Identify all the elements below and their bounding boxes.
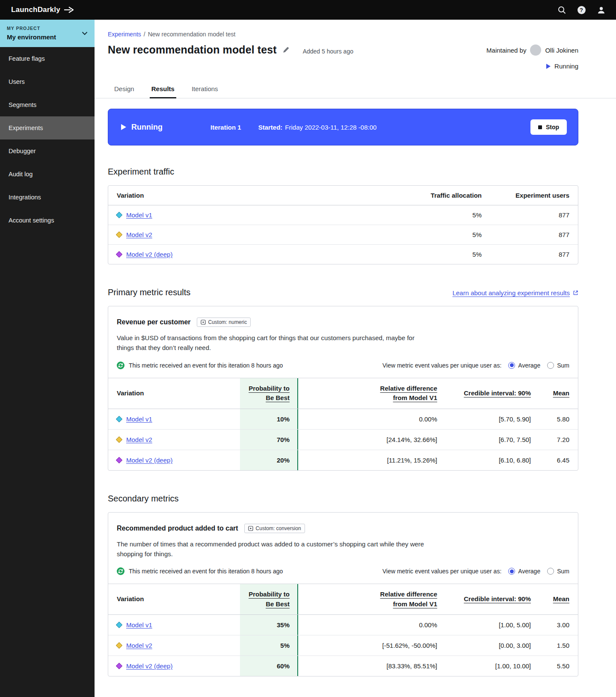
sidebar-item-audit-log[interactable]: Audit log <box>0 163 95 186</box>
radio-average[interactable]: Average <box>508 362 540 369</box>
radio-sum[interactable]: Sum <box>547 568 569 575</box>
variation-link[interactable]: Model v2 <box>126 642 152 649</box>
sidebar-item-label: Users <box>9 78 25 85</box>
variation-diamond-icon <box>116 212 123 219</box>
play-icon <box>121 124 126 130</box>
relative-difference-value: 0.00% <box>298 615 446 635</box>
sidebar-item-segments[interactable]: Segments <box>0 93 95 116</box>
mean-value: 6.45 <box>539 450 578 470</box>
variation-link[interactable]: Model v2 <box>126 436 152 443</box>
experiment-status: Running <box>546 62 578 70</box>
tab-results[interactable]: Results <box>150 83 176 98</box>
variation-link[interactable]: Model v1 <box>126 621 152 629</box>
metric-kind-badge: Custom: numeric <box>197 317 251 327</box>
logo-arrow-icon <box>64 6 74 13</box>
view-as-control: View metric event values per unique user… <box>382 568 569 575</box>
stop-button-label: Stop <box>546 124 559 131</box>
sidebar-item-debugger[interactable]: Debugger <box>0 139 95 163</box>
stop-button[interactable]: Stop <box>530 119 567 135</box>
relative-difference-value: [11.21%, 15.26%] <box>298 450 446 470</box>
search-icon[interactable] <box>557 5 566 15</box>
maintainer: Maintained by Olli Jokinen <box>486 44 578 56</box>
col-mean: Mean <box>539 383 578 404</box>
page-header: New recommendation model test Added 5 ho… <box>108 44 578 70</box>
edit-title-icon[interactable] <box>283 47 289 53</box>
tab-label: Iterations <box>192 85 218 92</box>
account-icon[interactable] <box>596 5 606 15</box>
sidebar-item-label: Experiments <box>9 125 43 131</box>
variation-diamond-icon <box>116 231 123 238</box>
variation-diamond-icon <box>116 457 123 463</box>
sidebar-item-label: Integrations <box>9 194 41 201</box>
variation-link[interactable]: Model v2 (deep) <box>126 251 172 258</box>
launchdarkly-logo[interactable]: LaunchDarkly <box>11 6 74 14</box>
variation-link[interactable]: Model v2 (deep) <box>126 457 172 464</box>
main-content: Experiments/New recommendation model tes… <box>95 20 616 697</box>
learn-link[interactable]: Learn about analyzing experiment results <box>453 289 578 297</box>
col-relative-difference: Relative difference from Model V1 <box>298 584 446 614</box>
event-received-icon <box>117 362 124 369</box>
event-received-icon <box>117 567 124 575</box>
traffic-allocation-value: 5% <box>396 225 482 244</box>
table-row: Model v1 35% 0.00% [1.00, 5.00] 3.00 <box>108 615 578 635</box>
tab-design[interactable]: Design <box>113 83 136 98</box>
col-mean: Mean <box>539 589 578 610</box>
variation-link[interactable]: Model v1 <box>126 211 152 219</box>
table-row: Model v2 (deep) 5% 877 <box>108 245 578 264</box>
sidebar-item-feature-flags[interactable]: Feature flags <box>0 47 95 70</box>
traffic-allocation-value: 5% <box>396 205 482 225</box>
radio-average[interactable]: Average <box>508 568 540 575</box>
badge-label: Custom: numeric <box>208 319 247 325</box>
tab-label: Results <box>151 85 175 92</box>
table-row: Model v2 5% 877 <box>108 225 578 245</box>
metric-event-note: This metric received an event for this i… <box>117 362 283 369</box>
traffic-table: Variation Traffic allocation Experiment … <box>108 185 578 264</box>
table-row: Model v1 5% 877 <box>108 205 578 225</box>
breadcrumb-separator: / <box>144 31 145 38</box>
metric-event-note: This metric received an event for this i… <box>117 567 283 575</box>
learn-link-label: Learn about analyzing experiment results <box>453 289 570 297</box>
experiment-users-value: 877 <box>482 225 569 244</box>
sidebar-item-account-settings[interactable]: Account settings <box>0 209 95 232</box>
banner-status-label: Running <box>131 123 163 132</box>
environment-switcher[interactable]: MY PROJECT My environment <box>0 20 95 47</box>
sidebar: MY PROJECT My environment Feature flags … <box>0 20 95 697</box>
credible-interval-value: [6.70, 7.50] <box>446 430 539 450</box>
radio-selected-icon <box>508 362 515 369</box>
probability-value: 70% <box>240 430 298 450</box>
col-variation: Variation <box>117 186 396 205</box>
avatar[interactable] <box>530 44 541 56</box>
radio-label: Average <box>518 362 540 369</box>
project-label: MY PROJECT <box>7 26 88 31</box>
stop-icon <box>538 125 542 129</box>
banner-started: Started:Friday 2022-03-11, 12:28 -08:00 <box>258 124 377 131</box>
metric-name: Revenue per customer <box>117 318 191 326</box>
variation-diamond-icon <box>116 663 123 670</box>
event-note-text: This metric received an event for this i… <box>129 568 283 575</box>
probability-value: 10% <box>240 409 298 429</box>
radio-selected-icon <box>508 568 515 575</box>
help-icon[interactable]: ? <box>577 5 586 15</box>
variation-link[interactable]: Model v2 (deep) <box>126 662 172 670</box>
play-icon <box>546 64 551 69</box>
traffic-heading: Experiment traffic <box>108 167 578 177</box>
breadcrumb: Experiments/New recommendation model tes… <box>108 31 578 38</box>
topbar: LaunchDarkly ? <box>0 0 616 20</box>
radio-label: Sum <box>557 568 569 575</box>
sidebar-item-integrations[interactable]: Integrations <box>0 186 95 209</box>
sidebar-item-experiments[interactable]: Experiments <box>0 116 95 139</box>
variation-link[interactable]: Model v1 <box>126 415 152 423</box>
radio-unselected-icon <box>547 568 554 575</box>
custom-metric-icon <box>248 526 253 531</box>
results-table-header: Variation Probability to Be Best Relativ… <box>108 378 578 409</box>
tabs: Design Results Iterations <box>95 83 616 98</box>
maintained-by-label: Maintained by <box>486 47 526 54</box>
primary-results-table: Variation Probability to Be Best Relativ… <box>108 378 578 470</box>
variation-link[interactable]: Model v2 <box>126 231 152 238</box>
sidebar-item-users[interactable]: Users <box>0 70 95 93</box>
primary-metric-card: Revenue per customer Custom: numeric Val… <box>108 306 578 471</box>
tab-iterations[interactable]: Iterations <box>190 83 220 98</box>
radio-sum[interactable]: Sum <box>547 362 569 369</box>
breadcrumb-experiments-link[interactable]: Experiments <box>108 31 141 38</box>
traffic-allocation-value: 5% <box>396 245 482 264</box>
